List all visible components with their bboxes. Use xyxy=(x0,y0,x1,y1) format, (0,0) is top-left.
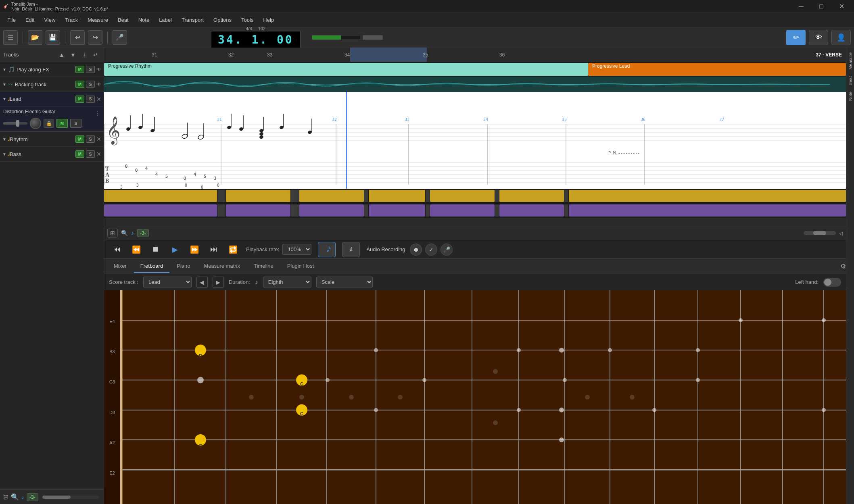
triplet-btn2[interactable]: -3- xyxy=(137,229,149,237)
lead-lock-btn[interactable]: 🔒 xyxy=(44,119,54,128)
progressive-rhythm-block[interactable]: Progressive Rhythm xyxy=(104,63,588,76)
play-along-eye[interactable]: 👁 xyxy=(96,67,101,72)
tab-piano[interactable]: Piano xyxy=(170,260,196,273)
rewind-btn[interactable]: ⏪ xyxy=(130,243,143,256)
play-btn[interactable]: ▶ xyxy=(169,243,182,256)
menu-item-edit[interactable]: Edit xyxy=(21,15,38,25)
prev-note-btn[interactable]: ◀ xyxy=(196,277,208,288)
bass-block-1[interactable] xyxy=(104,204,217,217)
close-button[interactable]: ✕ xyxy=(832,0,851,13)
magnify-btn[interactable]: 🔍 xyxy=(121,230,128,236)
track-collapse-all[interactable]: ▲ xyxy=(57,50,67,60)
tab-timeline[interactable]: Timeline xyxy=(247,260,280,273)
menu-item-file[interactable]: File xyxy=(3,15,20,25)
backing-solo-btn[interactable]: S xyxy=(86,81,95,88)
grid-view-btn[interactable]: ⊞ xyxy=(3,493,8,501)
audio-input-btn[interactable]: 🎤 xyxy=(441,244,453,256)
chevron-rhythm[interactable]: ▼ xyxy=(2,137,6,142)
rhythm-block-5[interactable] xyxy=(430,190,495,202)
play-along-solo-btn[interactable]: S xyxy=(86,66,95,73)
tab-measure-matrix[interactable]: Measure matrix xyxy=(197,260,246,273)
loop-btn[interactable]: 🔁 xyxy=(227,243,240,256)
bass-close-btn[interactable]: ✕ xyxy=(96,151,101,157)
backing-eye[interactable]: 👁 xyxy=(96,81,101,87)
lead-volume-slider[interactable] xyxy=(3,122,27,125)
play-along-mute-btn[interactable]: M xyxy=(75,66,84,73)
menu-item-beat[interactable]: Beat xyxy=(114,15,133,25)
bass-block-6[interactable] xyxy=(499,204,564,217)
bass-block-2[interactable] xyxy=(226,204,290,217)
menu-item-measure[interactable]: Measure xyxy=(84,15,112,25)
rhythm-close-btn[interactable]: ✕ xyxy=(96,136,101,142)
maximize-button[interactable]: □ xyxy=(812,0,831,13)
scroll-indicator[interactable] xyxy=(804,231,836,235)
rhythm-mute-btn[interactable]: M xyxy=(75,135,84,143)
pencil-button[interactable]: ✏ xyxy=(786,30,806,45)
left-hand-toggle[interactable] xyxy=(823,278,841,287)
chevron-backing[interactable]: ▼ xyxy=(2,82,6,87)
scale-select[interactable]: Scale Pentatonic Blues xyxy=(316,277,373,287)
menu-item-tools[interactable]: Tools xyxy=(237,15,257,25)
chevron-bass[interactable]: ▼ xyxy=(2,152,6,156)
backing-mute-btn[interactable]: M xyxy=(75,81,84,88)
skip-start-btn[interactable]: ⏮ xyxy=(111,243,123,256)
chevron-play-along[interactable]: ▼ xyxy=(2,67,6,72)
open-button[interactable]: 📂 xyxy=(28,30,42,45)
menu-item-options[interactable]: Options xyxy=(209,15,236,25)
rhythm-block-1[interactable] xyxy=(104,190,217,202)
save-button[interactable]: 💾 xyxy=(46,30,60,45)
redo-button[interactable]: ↪ xyxy=(88,30,102,45)
lead-m-btn[interactable]: M xyxy=(56,119,68,128)
lead-solo-btn[interactable]: S xyxy=(86,96,95,103)
sidebar-beat-label[interactable]: Beat xyxy=(848,75,853,87)
note-mode-btn[interactable]: 𝅘𝅥4 xyxy=(342,242,360,257)
bass-block-5[interactable] xyxy=(430,204,495,217)
score-track-select[interactable]: Lead Rhythm Bass xyxy=(143,277,192,287)
measure-ruler[interactable]: 31 32 33 34 35 36 37 - VERSE xyxy=(104,48,846,62)
triplet-btn[interactable]: -3- xyxy=(27,493,38,501)
playback-rate-select[interactable]: 100% 75% 50% xyxy=(282,244,311,255)
grid-btn[interactable]: ⊞ xyxy=(107,229,118,237)
sidebar-note-label[interactable]: Note xyxy=(848,90,853,102)
track-import[interactable]: ↵ xyxy=(91,50,100,60)
lead-mute-btn[interactable]: M xyxy=(75,96,84,103)
user-button[interactable]: 👤 xyxy=(831,30,851,45)
bass-solo-btn[interactable]: S xyxy=(86,150,95,158)
lead-pan-knob[interactable] xyxy=(30,118,41,129)
progressive-lead-block[interactable]: Progressive Lead xyxy=(588,63,846,76)
record-btn[interactable]: ⏺ xyxy=(410,244,422,256)
lead-options-btn[interactable]: ⋮ xyxy=(94,110,100,117)
menu-item-track[interactable]: Track xyxy=(61,15,82,25)
rhythm-block-3[interactable] xyxy=(299,190,364,202)
skip-end-btn[interactable]: ⏭ xyxy=(207,243,220,256)
chevron-lead[interactable]: ▼ xyxy=(2,97,6,101)
lead-close-btn[interactable]: ✕ xyxy=(96,96,101,102)
eye-button[interactable]: 👁 xyxy=(809,30,828,45)
metronome-btn[interactable]: 𝅘𝅥𝅯 xyxy=(318,242,336,257)
search-btn[interactable]: 🔍 xyxy=(11,493,19,501)
track-expand-all[interactable]: ▼ xyxy=(68,50,78,60)
mic-button[interactable]: 🎤 xyxy=(113,30,127,45)
note-btn2[interactable]: ♪ xyxy=(131,230,134,236)
menu-item-note[interactable]: Note xyxy=(134,15,153,25)
tab-fretboard[interactable]: Fretboard xyxy=(134,260,169,273)
duration-select[interactable]: Eighth Quarter Half Sixteenth xyxy=(263,277,311,287)
minimize-button[interactable]: ─ xyxy=(792,0,810,13)
bass-block-4[interactable] xyxy=(369,204,425,217)
bass-block-7[interactable] xyxy=(569,204,846,217)
mini-progress[interactable] xyxy=(42,496,99,499)
menu-item-transport[interactable]: Transport xyxy=(177,15,208,25)
rhythm-block-4[interactable] xyxy=(369,190,425,202)
bass-mute-btn[interactable]: M xyxy=(75,150,84,158)
stop-btn[interactable]: ⏹ xyxy=(149,243,162,256)
bass-block-3[interactable] xyxy=(299,204,364,217)
menu-item-view[interactable]: View xyxy=(40,15,59,25)
next-note-btn[interactable]: ▶ xyxy=(213,277,224,288)
tab-plugin-host[interactable]: Plugin Host xyxy=(281,260,320,273)
lead-s-btn[interactable]: S xyxy=(70,119,81,128)
sidebar-measure-label[interactable]: Measure xyxy=(848,51,853,71)
rhythm-block-7[interactable] xyxy=(569,190,846,202)
panel-collapse-btn[interactable]: ◁ xyxy=(839,231,843,236)
menu-item-label[interactable]: Label xyxy=(155,15,176,25)
fast-forward-btn[interactable]: ⏩ xyxy=(188,243,201,256)
